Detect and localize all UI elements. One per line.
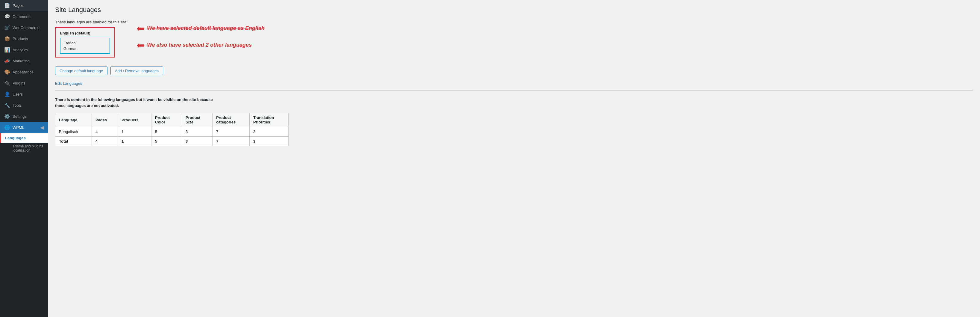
table-total-row: Total 4 1 5 3 7 3	[56, 137, 288, 146]
sidebar-label-woocommerce: WooCommerce	[13, 26, 40, 30]
wpml-collapse-arrow: ◀	[40, 125, 44, 130]
table-header-row: Language Pages Products ProductColor Pro…	[56, 113, 288, 127]
sidebar-label-wpml: WPML	[13, 125, 24, 130]
settings-icon: ⚙️	[4, 114, 10, 119]
sidebar: 📄 Pages 💬 Comments 🛒 WooCommerce 📦 Produ…	[0, 0, 48, 317]
sidebar-label-analytics: Analytics	[13, 48, 28, 52]
col-product-categories: Productcategories	[213, 113, 250, 127]
change-default-language-button[interactable]: Change default language	[55, 67, 107, 75]
cell-language: Bengalisch	[56, 127, 92, 137]
col-language: Language	[56, 113, 92, 127]
products-icon: 📦	[4, 36, 10, 42]
col-product-size: ProductSize	[182, 113, 213, 127]
arrow-default-icon: ⬅	[137, 23, 145, 34]
cell-total-pages: 4	[92, 137, 118, 146]
sidebar-item-products[interactable]: 📦 Products	[0, 33, 48, 44]
languages-table: Language Pages Products ProductColor Pro…	[55, 113, 288, 146]
languages-enabled-label: These languages are enabled for this sit…	[55, 20, 127, 24]
col-pages: Pages	[92, 113, 118, 127]
sidebar-sub-localization: Theme and plugins localization	[0, 143, 48, 155]
section-divider	[55, 90, 973, 91]
sidebar-label-tools: Tools	[13, 103, 22, 107]
col-products: Products	[118, 113, 151, 127]
cell-total-product-size: 3	[182, 137, 213, 146]
sidebar-label-marketing: Marketing	[13, 59, 30, 63]
sidebar-item-pages[interactable]: 📄 Pages	[0, 0, 48, 11]
sidebar-item-analytics[interactable]: 📊 Analytics	[0, 44, 48, 55]
tools-icon: 🔧	[4, 102, 10, 108]
col-translation-priorities: TranslationPriorities	[250, 113, 288, 127]
sidebar-item-marketing[interactable]: 📣 Marketing	[0, 55, 48, 67]
sidebar-label-users: Users	[13, 92, 23, 96]
woocommerce-icon: 🛒	[4, 25, 10, 30]
sidebar-label-comments: Comments	[13, 14, 32, 19]
annotation-default-row: ⬅ We have selected default language as E…	[137, 23, 265, 34]
arrow-others-icon: ⬅	[137, 40, 145, 51]
wpml-icon: 🌐	[4, 125, 10, 130]
cell-total-translation-priorities: 3	[250, 137, 288, 146]
language-selection-box: English (default) French German	[55, 27, 115, 58]
sidebar-label-languages: Languages	[5, 136, 26, 140]
sidebar-label-settings: Settings	[13, 114, 27, 118]
sidebar-label-plugins: Plugins	[13, 81, 25, 85]
cell-product-size: 3	[182, 127, 213, 137]
other-languages-box: French German	[60, 38, 110, 54]
cell-total-products: 1	[118, 137, 151, 146]
cell-total-product-color: 5	[151, 137, 182, 146]
sidebar-item-languages[interactable]: Languages	[0, 133, 48, 143]
cell-product-categories: 7	[213, 127, 250, 137]
appearance-icon: 🎨	[4, 69, 10, 75]
annotation-default-text: We have selected default language as Eng…	[147, 25, 265, 32]
marketing-icon: 📣	[4, 58, 10, 64]
sidebar-item-plugins[interactable]: 🔌 Plugins	[0, 78, 48, 89]
sidebar-item-appearance[interactable]: 🎨 Appearance	[0, 67, 48, 78]
sidebar-label-appearance: Appearance	[13, 70, 33, 74]
cell-products: 1	[118, 127, 151, 137]
plugins-icon: 🔌	[4, 80, 10, 86]
cell-pages: 4	[92, 127, 118, 137]
col-product-color: ProductColor	[151, 113, 182, 127]
page-title: Site Languages	[55, 6, 973, 14]
sidebar-item-wpml[interactable]: 🌐 WPML ◀	[0, 122, 48, 133]
cell-total-label: Total	[56, 137, 92, 146]
default-language: English (default)	[60, 31, 110, 35]
add-remove-languages-button[interactable]: Add / Remove languages	[110, 67, 163, 75]
language-actions: Change default language Add / Remove lan…	[55, 67, 973, 75]
cell-product-color: 5	[151, 127, 182, 137]
language-item-french: French	[64, 40, 107, 46]
analytics-icon: 📊	[4, 47, 10, 53]
table-notice: There is content in the following langua…	[55, 97, 288, 109]
table-section: There is content in the following langua…	[55, 97, 288, 146]
sidebar-label-pages: Pages	[13, 3, 24, 8]
sidebar-item-comments[interactable]: 💬 Comments	[0, 11, 48, 22]
cell-translation-priorities: 3	[250, 127, 288, 137]
table-row: Bengalisch 4 1 5 3 7 3	[56, 127, 288, 137]
sidebar-label-products: Products	[13, 37, 28, 41]
language-item-german: German	[64, 46, 107, 51]
sidebar-item-tools[interactable]: 🔧 Tools	[0, 100, 48, 111]
sidebar-item-users[interactable]: 👤 Users	[0, 89, 48, 100]
pages-icon: 📄	[4, 3, 10, 8]
sidebar-item-settings[interactable]: ⚙️ Settings	[0, 111, 48, 122]
annotation-others-row: ⬅ We also have selected 2 other language…	[137, 40, 265, 51]
annotation-others-text: We also have selected 2 other languages	[147, 42, 252, 48]
comments-icon: 💬	[4, 14, 10, 19]
main-content: Site Languages These languages are enabl…	[48, 0, 980, 317]
cell-total-product-categories: 7	[213, 137, 250, 146]
sidebar-item-woocommerce[interactable]: 🛒 WooCommerce	[0, 22, 48, 33]
users-icon: 👤	[4, 91, 10, 97]
edit-languages-link[interactable]: Edit Languages	[55, 81, 82, 86]
